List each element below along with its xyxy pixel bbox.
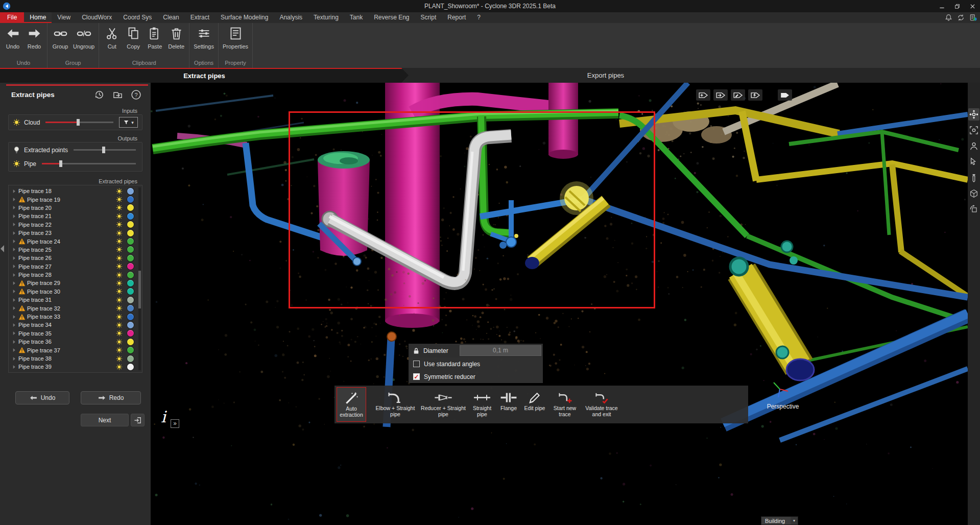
diameter-input[interactable]: 0,1 m bbox=[460, 345, 541, 356]
checkbox[interactable] bbox=[413, 361, 420, 367]
chevron-icon[interactable] bbox=[12, 323, 16, 327]
sun-icon[interactable] bbox=[116, 339, 123, 345]
menu-file[interactable]: File bbox=[0, 12, 24, 23]
sun-icon[interactable] bbox=[116, 288, 123, 295]
pipe-trace-row[interactable]: Pipe trace 20 bbox=[9, 204, 142, 212]
list-scrollbar[interactable] bbox=[138, 187, 141, 370]
menu-script[interactable]: Script bbox=[415, 12, 442, 23]
menu-analysis[interactable]: Analysis bbox=[274, 12, 308, 23]
settings-button[interactable]: Settings bbox=[192, 24, 216, 51]
sun-icon[interactable] bbox=[116, 221, 123, 228]
pipe-trace-row[interactable]: Pipe trace 28 bbox=[9, 271, 142, 279]
group-button[interactable]: Group bbox=[50, 24, 71, 51]
pipe-trace-row[interactable]: Pipe trace 27 bbox=[9, 262, 142, 271]
tag-solid-button[interactable] bbox=[778, 89, 792, 101]
pipe-color-swatch[interactable] bbox=[127, 330, 134, 337]
pipe-trace-row[interactable]: Pipe trace 26 bbox=[9, 254, 142, 262]
chevron-icon[interactable] bbox=[12, 348, 16, 352]
chevron-icon[interactable] bbox=[12, 331, 16, 336]
minimize-button[interactable] bbox=[934, 0, 949, 12]
bell-icon[interactable] bbox=[945, 14, 952, 21]
menu--[interactable]: ? bbox=[471, 12, 486, 23]
pipette-button[interactable] bbox=[968, 172, 979, 184]
sun-icon[interactable] bbox=[116, 322, 123, 328]
tag-flash-button[interactable] bbox=[748, 89, 762, 101]
pipe-trace-row[interactable]: Pipe trace 35 bbox=[9, 329, 142, 338]
sun-icon[interactable] bbox=[116, 188, 123, 195]
bulb-icon[interactable] bbox=[13, 146, 20, 154]
ungroup-button[interactable]: Ungroup bbox=[71, 24, 97, 51]
pipe-trace-row[interactable]: Pipe trace 38 bbox=[9, 354, 142, 363]
pipe-trace-row[interactable]: Pipe trace 24 bbox=[9, 237, 142, 245]
straight-pipe-button[interactable]: Straight pipe bbox=[469, 387, 495, 422]
points-opacity-slider[interactable] bbox=[74, 149, 136, 151]
pipe-color-swatch[interactable] bbox=[127, 263, 134, 270]
close-button[interactable] bbox=[965, 0, 980, 12]
visibility-sun-icon[interactable] bbox=[13, 118, 20, 126]
menu-clean[interactable]: Clean bbox=[157, 12, 184, 23]
sun-icon[interactable] bbox=[116, 297, 123, 303]
edit-pipe-button[interactable]: Edit pipe bbox=[522, 387, 547, 422]
export-icon[interactable] bbox=[112, 89, 123, 100]
sun-icon[interactable] bbox=[116, 213, 123, 220]
pipe-color-swatch[interactable] bbox=[127, 297, 134, 303]
pipe-color-swatch[interactable] bbox=[127, 196, 134, 203]
checkbox-row-symmetric-reducer[interactable]: ✓Symmetric reducer bbox=[409, 370, 543, 383]
pipe-trace-row[interactable]: Pipe trace 37 bbox=[9, 346, 142, 354]
chevron-icon[interactable] bbox=[12, 298, 16, 302]
pipe-trace-row[interactable]: Pipe trace 30 bbox=[9, 288, 142, 296]
panel-redo-button[interactable]: Redo bbox=[81, 391, 141, 404]
paste-button[interactable]: Paste bbox=[144, 24, 165, 51]
menu-tank[interactable]: Tank bbox=[344, 12, 368, 23]
visibility-sun-icon[interactable] bbox=[13, 160, 20, 168]
menu-reverse-eng[interactable]: Reverse Eng bbox=[368, 12, 415, 23]
info-expand-button[interactable]: » bbox=[171, 419, 179, 428]
chevron-icon[interactable] bbox=[12, 306, 16, 311]
chevron-icon[interactable] bbox=[12, 289, 16, 294]
pipe-color-swatch[interactable] bbox=[127, 305, 134, 312]
pipe-color-swatch[interactable] bbox=[127, 221, 134, 228]
slider-thumb[interactable] bbox=[102, 147, 105, 153]
sun-icon[interactable] bbox=[116, 263, 123, 270]
pipe-color-swatch[interactable] bbox=[127, 238, 134, 245]
pipe-trace-row[interactable]: Pipe trace 39 bbox=[9, 363, 142, 371]
tab-export-pipes[interactable]: Export pipes bbox=[562, 68, 650, 83]
sun-icon[interactable] bbox=[116, 246, 123, 253]
pipe-color-swatch[interactable] bbox=[127, 364, 134, 370]
chevron-icon[interactable] bbox=[12, 214, 16, 219]
chevron-icon[interactable] bbox=[12, 205, 16, 210]
notifications-icon[interactable] bbox=[969, 14, 977, 21]
viewport-3d[interactable]: Diameter 0,1 m Use standard angles✓Symme… bbox=[151, 83, 968, 525]
chevron-icon[interactable] bbox=[12, 231, 16, 235]
navigate-button[interactable] bbox=[968, 108, 979, 121]
export-step-button[interactable] bbox=[131, 414, 145, 426]
level-selector[interactable]: Building ▾ bbox=[761, 516, 798, 525]
menu-cloudworx[interactable]: CloudWorx bbox=[76, 12, 117, 23]
redo-button[interactable]: Redo bbox=[23, 24, 45, 51]
pipe-trace-row[interactable]: Pipe trace 19 bbox=[9, 195, 142, 203]
checkbox-row-use-standard-angles[interactable]: Use standard angles bbox=[409, 357, 543, 370]
menu-extract[interactable]: Extract bbox=[185, 12, 215, 23]
pipe-trace-row[interactable]: Pipe trace 32 bbox=[9, 304, 142, 312]
auto-extraction-button[interactable]: Auto extraction bbox=[337, 387, 366, 422]
lock-icon[interactable] bbox=[413, 347, 419, 354]
chevron-icon[interactable] bbox=[12, 281, 16, 285]
cloud-opacity-slider[interactable] bbox=[45, 122, 113, 123]
menu-texturing[interactable]: Texturing bbox=[308, 12, 344, 23]
chevron-icon[interactable] bbox=[12, 239, 16, 244]
pipe-color-swatch[interactable] bbox=[127, 213, 134, 220]
extracted-points-row[interactable]: Extracted points bbox=[12, 143, 139, 157]
pipe-color-swatch[interactable] bbox=[127, 246, 134, 253]
history-icon[interactable] bbox=[94, 89, 105, 100]
sun-icon[interactable] bbox=[116, 347, 123, 353]
maximize-button[interactable] bbox=[949, 0, 965, 12]
chevron-icon[interactable] bbox=[12, 247, 16, 252]
menu-coord-sys[interactable]: Coord Sys bbox=[117, 12, 157, 23]
pipe-color-swatch[interactable] bbox=[127, 314, 134, 320]
flange-button[interactable]: Flange bbox=[497, 387, 520, 422]
pipe-color-swatch[interactable] bbox=[127, 204, 134, 211]
sun-icon[interactable] bbox=[116, 255, 123, 261]
pipe-trace-row[interactable]: Pipe trace 33 bbox=[9, 313, 142, 321]
chevron-icon[interactable] bbox=[12, 189, 16, 194]
pipe-color-swatch[interactable] bbox=[127, 255, 134, 261]
